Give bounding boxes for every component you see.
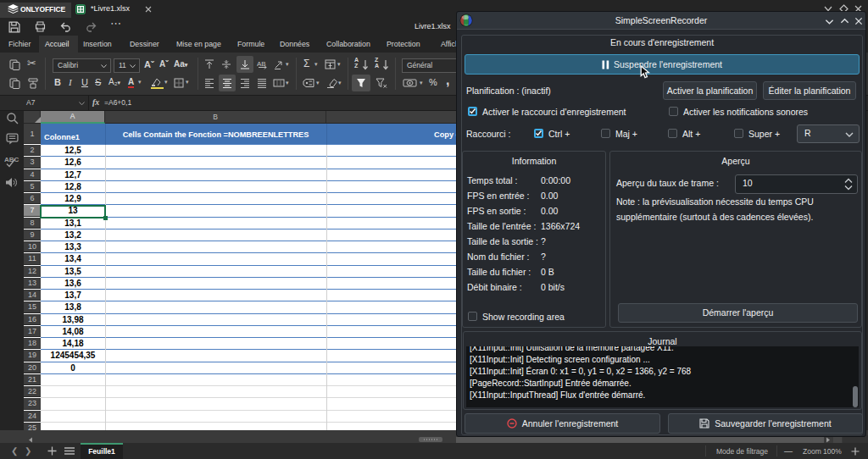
svg-text:AB: AB: [257, 60, 266, 68]
svg-text:ABC: ABC: [4, 156, 19, 163]
